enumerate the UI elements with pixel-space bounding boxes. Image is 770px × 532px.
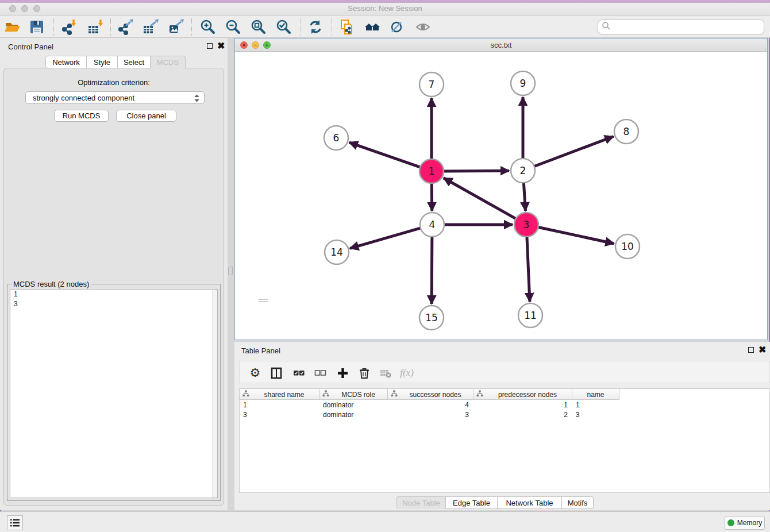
toolbar-separator [53, 18, 54, 36]
network-window-title: scc.txt [235, 41, 767, 49]
graph-edge-2-8[interactable] [533, 136, 614, 167]
export-table-icon[interactable] [142, 18, 159, 36]
tab-select[interactable]: Select [118, 56, 151, 68]
network-graph[interactable]: 1234678910111415 [235, 52, 767, 340]
task-history-button[interactable] [7, 515, 23, 530]
search-input[interactable] [611, 21, 764, 33]
optimization-criterion-label: Optimization criterion: [0, 78, 228, 87]
tab-network-table[interactable]: Network Table [498, 496, 562, 509]
column-header-name[interactable]: name [572, 389, 619, 400]
table-panel: Table Panel ✖ ⚙ f(x) [234, 342, 770, 510]
network-window-titlebar[interactable]: × − + scc.txt [235, 38, 767, 52]
export-network-icon[interactable] [117, 18, 134, 36]
delete-columns-icon[interactable] [357, 365, 372, 380]
add-column-icon[interactable] [335, 365, 350, 380]
function-builder-icon[interactable]: f(x) [399, 365, 414, 380]
application-window: Session: New Session [0, 0, 770, 532]
open-session-icon[interactable] [4, 18, 21, 36]
table-panel-float-button[interactable] [748, 347, 754, 353]
graph-node-label: 1 [429, 165, 435, 177]
graph-edge-3-1[interactable] [444, 178, 517, 219]
tab-edge-table[interactable]: Edge Table [446, 496, 498, 509]
graph-edge-4-14[interactable] [350, 228, 422, 248]
tab-node-table[interactable]: Node Table [396, 496, 446, 509]
node-table: shared name MCDS role successor nodes pr… [239, 388, 770, 493]
tab-motifs[interactable]: Motifs [562, 496, 594, 509]
graph-edge-4-15[interactable] [432, 236, 432, 304]
select-all-checks-icon[interactable] [291, 365, 306, 380]
table-options-icon[interactable]: ⚙ [248, 365, 263, 380]
graph-edge-1-2[interactable] [442, 171, 509, 171]
graph-node-label: 3 [523, 219, 530, 230]
zoom-out-icon[interactable] [225, 18, 242, 36]
mcds-result-list[interactable]: 1 3 [10, 289, 218, 498]
window-titlebar[interactable]: Session: New Session [0, 0, 770, 16]
graph-edge-3-10[interactable] [537, 227, 614, 244]
tab-network[interactable]: Network [45, 56, 87, 68]
search-field[interactable] [598, 20, 764, 34]
status-bar: Memory [0, 511, 770, 532]
network-canvas[interactable]: 1234678910111415 [235, 52, 767, 340]
window-title: Session: New Session [0, 4, 770, 13]
graph-node-label: 10 [621, 241, 634, 252]
search-icon [602, 21, 611, 33]
show-columns-icon[interactable] [269, 365, 284, 380]
mcds-result-item: 1 [10, 290, 217, 299]
control-panel-close-button[interactable]: ✖ [217, 43, 225, 49]
graph-node-label: 8 [623, 126, 630, 137]
column-header-shared-name[interactable]: shared name [240, 389, 319, 400]
network-resize-handle[interactable] [259, 299, 268, 302]
table-toolbar: ⚙ f(x) [239, 361, 770, 383]
optimization-criterion-select[interactable]: strongly connected component [25, 91, 205, 104]
control-panel-float-button[interactable] [207, 43, 213, 49]
graph-node-label: 14 [330, 246, 343, 258]
graph-node-label: 4 [429, 219, 436, 230]
column-header-successor-nodes[interactable]: successor nodes [388, 389, 473, 400]
graph-edge-2-3[interactable] [523, 182, 525, 211]
memory-button[interactable]: Memory [725, 516, 765, 530]
hierarchy-icon [391, 390, 398, 399]
clone-network-icon[interactable] [338, 18, 356, 36]
clear-all-checks-icon[interactable] [313, 365, 328, 380]
close-panel-button[interactable]: Close panel [116, 110, 176, 122]
refresh-view-icon[interactable] [307, 18, 324, 36]
control-panel: Control Panel ✖ Network Style Select MCD… [0, 38, 228, 510]
select-stepper-icon [194, 94, 200, 105]
hide-details-icon[interactable] [389, 18, 406, 36]
tab-style[interactable]: Style [87, 56, 118, 68]
tab-mcds[interactable]: MCDS [151, 56, 186, 68]
hierarchy-icon [322, 390, 329, 399]
hierarchy-icon [476, 390, 483, 399]
graph-node-label: 11 [524, 310, 537, 321]
graph-edge-3-11[interactable] [527, 236, 530, 302]
graph-node-label: 9 [520, 78, 526, 89]
save-session-icon[interactable] [28, 18, 45, 36]
table-row[interactable]: 3 dominator 3 2 3 [240, 410, 770, 420]
table-row[interactable]: 1 dominator 4 1 1 [240, 400, 770, 410]
table-panel-close-button[interactable]: ✖ [759, 347, 766, 353]
import-table-icon[interactable] [87, 18, 104, 36]
main-toolbar [0, 16, 770, 38]
zoom-fit-icon[interactable] [250, 18, 267, 36]
zoom-selected-icon[interactable] [275, 18, 292, 36]
graph-edge-1-4[interactable] [432, 182, 432, 211]
delete-table-icon[interactable] [378, 365, 393, 380]
run-mcds-button[interactable]: Run MCDS [54, 110, 109, 122]
list-icon [9, 517, 21, 529]
column-header-predecessor-nodes[interactable]: predecessor nodes [473, 389, 572, 400]
control-panel-tabs: Network Style Select MCDS [45, 56, 186, 68]
toolbar-separator [191, 18, 192, 36]
graph-edge-1-6[interactable] [349, 142, 421, 168]
panel-splitter-handle[interactable] [228, 267, 233, 275]
import-network-icon[interactable] [60, 18, 78, 36]
graph-node-label: 6 [333, 132, 340, 144]
mcds-result-item: 3 [10, 299, 217, 309]
network-view-window: × − + scc.txt 1234678910111415 [234, 38, 768, 340]
home-layout-icon[interactable] [364, 18, 381, 36]
zoom-in-icon[interactable] [199, 18, 217, 36]
toolbar-separator [332, 18, 332, 36]
column-header-mcds-role[interactable]: MCDS role [319, 389, 388, 400]
result-scrollbar[interactable] [212, 290, 217, 498]
show-details-icon[interactable] [415, 18, 432, 36]
export-image-icon[interactable] [167, 18, 184, 36]
